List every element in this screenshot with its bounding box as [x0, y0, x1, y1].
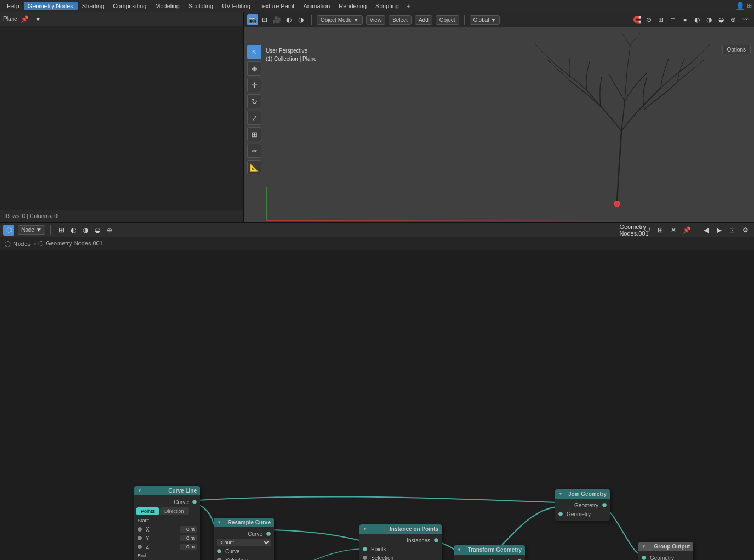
render-icon[interactable]: 〰 [740, 14, 751, 25]
menu-shading[interactable]: Shading [78, 2, 108, 10]
instance-sel-socket[interactable] [363, 556, 367, 560]
object-mode-dropdown[interactable]: Object Mode ▼ [317, 15, 363, 25]
main-layout: Plane 📌 ▼ Rows: 0 | Columns: 0 📷 ⊡ 🎥 ◐ ◑ [0, 12, 754, 560]
rotate-tool[interactable]: ↻ [247, 94, 261, 108]
cursor-tool[interactable]: ⊕ [247, 61, 261, 76]
menu-scripting[interactable]: Scripting [371, 2, 403, 10]
gizmo-icon[interactable]: ⊕ [728, 14, 739, 25]
node-canvas[interactable]: ▼ Curve Line Curve Points Direction Star… [0, 250, 754, 560]
tab-direction[interactable]: Direction [160, 507, 188, 515]
shading-material-icon[interactable]: ◐ [692, 14, 702, 25]
resample-mode-row: Count [214, 538, 274, 547]
menu-sculpting[interactable]: Sculpting [184, 2, 218, 10]
menu-texture-paint[interactable]: Texture Paint [255, 2, 299, 10]
sidebar-toolbar: Plane 📌 ▼ [0, 12, 243, 26]
node-group-output-header[interactable]: ▼ Group Output [638, 542, 693, 551]
resample-in-socket[interactable] [217, 549, 221, 553]
node-overlay-icon-4[interactable]: ◒ [92, 225, 103, 236]
add-menu[interactable]: Add [415, 15, 432, 25]
view-menu[interactable]: View [366, 15, 386, 25]
menu-plus[interactable]: + [403, 2, 413, 10]
menu-compositing[interactable]: Compositing [108, 2, 151, 10]
node-pin-icon[interactable]: 📌 [681, 225, 692, 236]
shading-rendered-icon[interactable]: ◑ [704, 14, 715, 25]
menu-modeling[interactable]: Modeling [151, 2, 184, 10]
menu-uv-editing[interactable]: UV Editing [218, 2, 255, 10]
start-y-socket[interactable] [138, 536, 142, 540]
node-editor-icon[interactable]: ⬡ [3, 225, 14, 236]
node-layout-icon[interactable]: ⊡ [727, 225, 738, 236]
resample-out-socket[interactable] [266, 532, 271, 536]
node-nav-next[interactable]: ▶ [713, 225, 724, 236]
node-join-header[interactable]: ▼ Join Geometry [555, 489, 610, 499]
node-transform-header[interactable]: ▼ Transform Geometry [454, 545, 525, 555]
viewport-cam-icon[interactable]: 🎥 [271, 14, 282, 25]
menu-geometry-nodes[interactable]: Geometry Nodes [24, 2, 78, 10]
shading-eevee-icon[interactable]: ◒ [716, 14, 727, 25]
instance-out-socket[interactable] [434, 538, 438, 542]
select-menu[interactable]: Select [389, 15, 412, 25]
instance-points-socket[interactable] [363, 547, 367, 551]
node-nav-prev[interactable]: ◀ [700, 225, 711, 236]
node-close-icon[interactable]: ✕ [668, 225, 679, 236]
node-overlay-icon-5[interactable]: ⊕ [104, 225, 115, 236]
node-overlay-icon-2[interactable]: ◐ [68, 225, 79, 236]
node-overlay-icon-1[interactable]: ⊞ [56, 225, 67, 236]
overlay-icon[interactable]: ⊞ [655, 14, 666, 25]
object-menu[interactable]: Object [436, 15, 459, 25]
sidebar-pin-icon[interactable]: 📌 [20, 14, 31, 25]
transform-tool[interactable]: ⊞ [247, 127, 261, 141]
instance-out-row: Instances [359, 536, 442, 545]
viewport-mode-group: 📷 ⊡ 🎥 ◐ ◑ [247, 14, 306, 25]
move-tool[interactable]: ✛ [247, 78, 261, 92]
node-settings-icon[interactable]: ⚙ [740, 225, 751, 236]
shading-solid-icon[interactable]: ● [679, 14, 690, 25]
start-y-value[interactable]: 0 m [180, 535, 197, 541]
top-section: Plane 📌 ▼ Rows: 0 | Columns: 0 📷 ⊡ 🎥 ◐ ◑ [0, 12, 754, 223]
node-copy-icon[interactable]: ⊞ [655, 225, 666, 236]
viewport-material-icon[interactable]: ◑ [295, 14, 306, 25]
magnet-icon[interactable]: 🧲 [631, 14, 642, 25]
node-mode-dropdown[interactable]: Node ▼ [18, 225, 45, 235]
node-overlay-icon-3[interactable]: ◑ [80, 225, 91, 236]
start-z-socket[interactable] [138, 545, 142, 549]
node-join-geometry: ▼ Join Geometry Geometry Geometry [555, 489, 610, 521]
viewport-render-icon[interactable]: ◐ [283, 14, 294, 25]
annotate-tool[interactable]: ✏ [247, 144, 261, 158]
options-button[interactable]: Options [722, 45, 751, 54]
resample-curve-row: Curve [214, 547, 274, 556]
select-tool[interactable]: ↖ [247, 45, 261, 59]
node-instance-header[interactable]: ▼ Instance on Points [359, 524, 442, 534]
join-in-row: Geometry [555, 510, 610, 518]
sidebar-filter-icon[interactable]: ▼ [33, 14, 44, 25]
resample-mode-select[interactable]: Count [217, 539, 271, 546]
node-resample-curve-header[interactable]: ▼ Resample Curve [214, 518, 274, 527]
menu-help[interactable]: Help [2, 2, 24, 10]
tab-points[interactable]: Points [136, 507, 159, 515]
join-in-socket[interactable] [558, 512, 563, 516]
transform-dropdown[interactable]: Global ▼ [470, 15, 500, 25]
viewport-perspective-icon[interactable]: 📷 [247, 14, 258, 25]
viewport-ortho-icon[interactable]: ⊡ [259, 14, 270, 25]
viewport-3d: 📷 ⊡ 🎥 ◐ ◑ Object Mode ▼ View Select Add … [244, 12, 754, 222]
proportional-edit-icon[interactable]: ⊙ [643, 14, 654, 25]
curve-output-socket[interactable] [192, 500, 197, 504]
start-x-socket[interactable] [138, 527, 142, 532]
tree-visualization [480, 27, 754, 214]
menu-animation[interactable]: Animation [299, 2, 334, 10]
xray-icon[interactable]: ◻ [667, 14, 678, 25]
menu-rendering[interactable]: Rendering [334, 2, 371, 10]
join-out-socket[interactable] [602, 503, 607, 507]
node-curve-line-top-header[interactable]: ▼ Curve Line [134, 486, 200, 495]
resample-body: Curve Count Curve Selection [214, 527, 274, 560]
measure-tool[interactable]: 📐 [247, 160, 261, 174]
breadcrumb-nodes[interactable]: Nodes [13, 241, 31, 247]
scale-tool[interactable]: ⤢ [247, 111, 261, 125]
groupout-in-socket[interactable] [642, 556, 646, 560]
resample-sel-socket[interactable] [217, 558, 221, 560]
start-z-value[interactable]: 0 m [180, 544, 197, 550]
start-x-value[interactable]: 0 m [180, 526, 197, 533]
node-breadcrumb: ⬡ Nodes > ⬡ Geometry Nodes.001 [0, 237, 754, 250]
node-shield-icon[interactable]: 🛡 [642, 225, 653, 236]
curve-line-top-title: Curve Line [168, 488, 197, 494]
